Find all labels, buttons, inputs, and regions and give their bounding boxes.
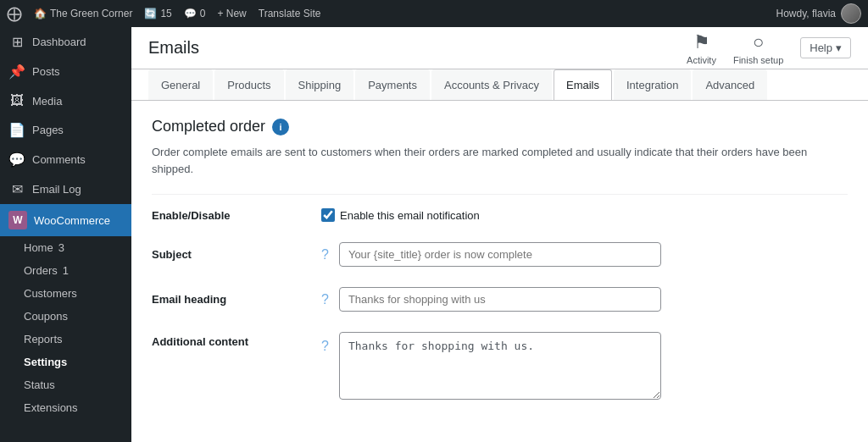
sidebar-item-home[interactable]: Home 3 bbox=[0, 236, 131, 259]
enable-disable-field: Enable this email notification bbox=[321, 198, 848, 232]
sidebar-item-pages[interactable]: 📄 Pages bbox=[0, 115, 131, 145]
user-howdy[interactable]: Howdy, flavia bbox=[776, 3, 861, 24]
sidebar-item-customers[interactable]: Customers bbox=[0, 282, 131, 305]
tab-integration[interactable]: Integration bbox=[614, 69, 691, 100]
subject-input[interactable] bbox=[339, 242, 661, 267]
activity-icon: ⚑ bbox=[693, 31, 710, 53]
sidebar-item-comments[interactable]: 💬 Comments bbox=[0, 145, 131, 174]
subject-help-icon[interactable]: ? bbox=[321, 247, 329, 262]
sidebar-item-reports[interactable]: Reports bbox=[0, 328, 131, 351]
dashboard-icon: ⊞ bbox=[8, 34, 25, 50]
section-title: Completed order i bbox=[152, 118, 848, 135]
tab-shipping[interactable]: Shipping bbox=[286, 69, 354, 100]
sidebar-item-woocommerce[interactable]: W WooCommerce bbox=[0, 204, 131, 236]
orders-badge: 1 bbox=[63, 264, 69, 277]
enable-checkbox[interactable] bbox=[321, 208, 335, 222]
content-header: Emails ⚑ Activity ○ Finish setup Help ▾ bbox=[131, 27, 868, 69]
tab-advanced[interactable]: Advanced bbox=[693, 69, 767, 100]
page-title: Emails bbox=[148, 38, 199, 58]
sidebar-item-media[interactable]: 🖼 Media bbox=[0, 86, 131, 115]
additional-content-field: ? Thanks for shopping with us. bbox=[321, 322, 848, 410]
media-icon: 🖼 bbox=[8, 93, 25, 108]
sidebar-item-orders[interactable]: Orders 1 bbox=[0, 259, 131, 282]
email-heading-input[interactable] bbox=[339, 287, 661, 312]
additional-content-row-inner: ? Thanks for shopping with us. bbox=[321, 332, 848, 400]
tab-emails[interactable]: Emails bbox=[554, 69, 612, 100]
posts-icon: 📌 bbox=[8, 64, 25, 80]
email-log-icon: ✉ bbox=[8, 181, 25, 197]
circle-icon: ○ bbox=[753, 31, 764, 53]
tab-products[interactable]: Products bbox=[214, 69, 283, 100]
additional-content-textarea[interactable]: Thanks for shopping with us. bbox=[339, 332, 661, 400]
new-content-link[interactable]: + New bbox=[217, 8, 246, 19]
sidebar: ⊞ Dashboard 📌 Posts 🖼 Media 📄 Pages 💬 Co… bbox=[0, 27, 131, 442]
subject-label: Subject bbox=[152, 232, 321, 277]
settings-form: Enable/Disable Enable this email notific… bbox=[152, 198, 848, 410]
sidebar-item-settings[interactable]: Settings bbox=[0, 351, 131, 373]
home-icon: 🏠 bbox=[34, 8, 47, 19]
subject-row-inner: ? bbox=[321, 242, 848, 267]
sidebar-item-email-log[interactable]: ✉ Email Log bbox=[0, 174, 131, 204]
tab-general[interactable]: General bbox=[148, 69, 213, 100]
email-heading-row-inner: ? bbox=[321, 287, 848, 312]
pages-icon: 📄 bbox=[8, 122, 25, 138]
header-actions: ⚑ Activity ○ Finish setup Help ▾ bbox=[687, 31, 851, 65]
chevron-down-icon: ▾ bbox=[836, 41, 842, 54]
sidebar-item-posts[interactable]: 📌 Posts bbox=[0, 57, 131, 86]
additional-content-label: Additional content bbox=[152, 322, 321, 410]
content-area: Emails ⚑ Activity ○ Finish setup Help ▾ … bbox=[131, 27, 868, 442]
section-description: Order complete emails are sent to custom… bbox=[152, 144, 830, 177]
email-heading-help-icon[interactable]: ? bbox=[321, 292, 329, 307]
wp-logo-icon[interactable]: ⨁ bbox=[7, 4, 22, 23]
main-content: Completed order i Order complete emails … bbox=[131, 101, 868, 442]
tab-accounts-privacy[interactable]: Accounts & Privacy bbox=[431, 69, 552, 100]
additional-content-row: Additional content ? Thanks for shopping… bbox=[152, 322, 848, 410]
tabs-bar: General Products Shipping Payments Accou… bbox=[131, 69, 868, 101]
activity-button[interactable]: ⚑ Activity bbox=[687, 31, 716, 65]
comments-sidebar-icon: 💬 bbox=[8, 152, 25, 168]
site-name-link[interactable]: 🏠 The Green Corner bbox=[34, 8, 132, 19]
enable-disable-row: Enable/Disable Enable this email notific… bbox=[152, 198, 848, 232]
woo-icon: W bbox=[8, 211, 27, 229]
email-heading-field: ? bbox=[321, 277, 848, 322]
subject-row: Subject ? bbox=[152, 232, 848, 277]
subject-field: ? bbox=[321, 232, 848, 277]
sidebar-item-dashboard[interactable]: ⊞ Dashboard bbox=[0, 27, 131, 57]
enable-checkbox-label[interactable]: Enable this email notification bbox=[321, 208, 848, 222]
translate-link[interactable]: Translate Site bbox=[259, 8, 321, 19]
additional-content-help-icon[interactable]: ? bbox=[321, 339, 329, 354]
sidebar-item-extensions[interactable]: Extensions bbox=[0, 396, 131, 419]
admin-bar: ⨁ 🏠 The Green Corner 🔄 15 💬 0 + New Tran… bbox=[0, 0, 868, 27]
finish-setup-button[interactable]: ○ Finish setup bbox=[733, 31, 783, 65]
help-button[interactable]: Help ▾ bbox=[800, 37, 851, 58]
enable-disable-label: Enable/Disable bbox=[152, 198, 321, 232]
sidebar-item-coupons[interactable]: Coupons bbox=[0, 305, 131, 328]
home-badge: 3 bbox=[58, 241, 64, 254]
sidebar-item-status[interactable]: Status bbox=[0, 373, 131, 396]
info-icon[interactable]: i bbox=[272, 119, 289, 135]
tab-payments[interactable]: Payments bbox=[355, 69, 430, 100]
divider bbox=[152, 194, 848, 195]
avatar bbox=[841, 3, 861, 24]
email-heading-row: Email heading ? bbox=[152, 277, 848, 322]
updates-icon: 🔄 bbox=[144, 8, 157, 19]
updates-link[interactable]: 🔄 15 bbox=[144, 8, 171, 19]
email-heading-label: Email heading bbox=[152, 277, 321, 322]
comments-link[interactable]: 💬 0 bbox=[184, 8, 206, 19]
comments-icon: 💬 bbox=[184, 8, 197, 19]
